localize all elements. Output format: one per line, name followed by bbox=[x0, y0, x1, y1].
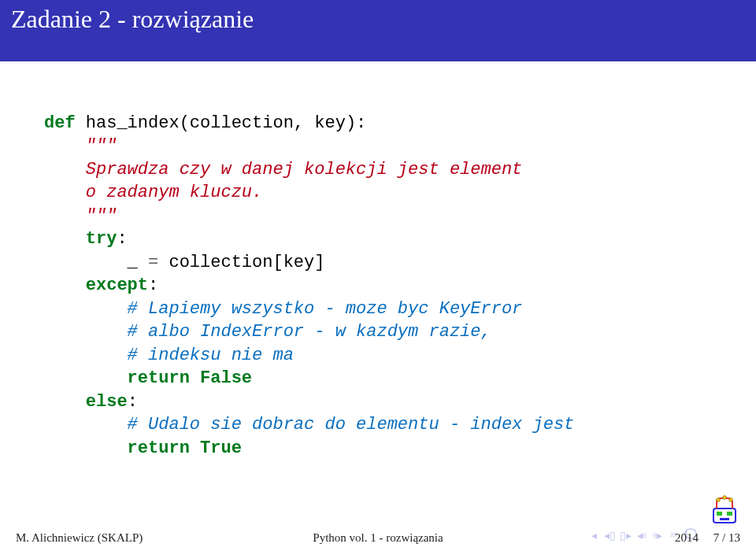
footer: M. Alichniewicz (SKALP) Python vol. 1 - … bbox=[0, 531, 756, 545]
code-listing: def has_index(collection, key): """ Spra… bbox=[44, 112, 721, 460]
footer-year: 2014 bbox=[675, 531, 699, 544]
title-bar: Zadanie 2 - rozwiązanie bbox=[0, 0, 756, 61]
code-block: def has_index(collection, key): """ Spra… bbox=[0, 61, 756, 460]
footer-author: M. Alichniewicz (SKALP) bbox=[16, 531, 258, 545]
footer-page: 7 / 13 bbox=[713, 531, 740, 544]
svg-point-6 bbox=[723, 496, 726, 499]
svg-point-4 bbox=[717, 498, 720, 501]
svg-rect-3 bbox=[720, 518, 729, 520]
svg-rect-2 bbox=[727, 512, 732, 516]
footer-title: Python vol. 1 - rozwiązania bbox=[258, 531, 499, 545]
svg-rect-1 bbox=[717, 512, 722, 516]
keyword-def: def bbox=[44, 113, 76, 133]
footer-right: 2014 7 / 13 bbox=[498, 531, 740, 545]
svg-point-5 bbox=[729, 498, 732, 501]
slide-title: Zadanie 2 - rozwiązanie bbox=[11, 5, 745, 34]
logo-icon bbox=[709, 494, 740, 526]
slide: Zadanie 2 - rozwiązanie def has_index(co… bbox=[0, 0, 756, 551]
